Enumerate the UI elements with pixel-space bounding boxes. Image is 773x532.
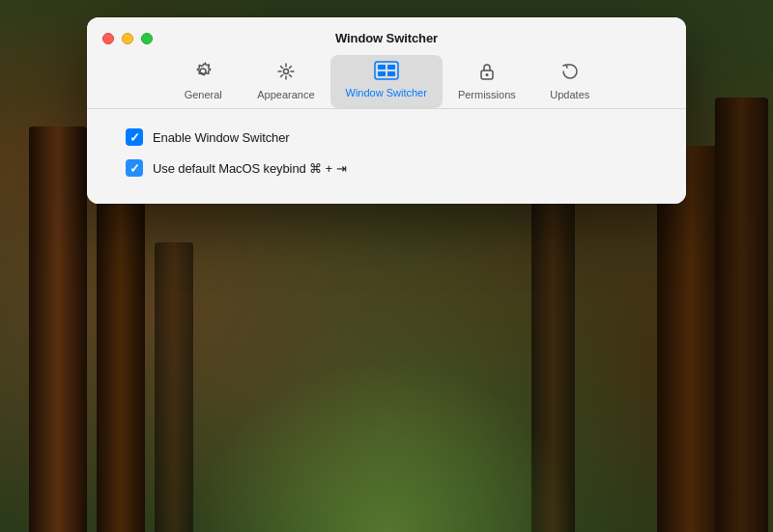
app-window: Window Switcher General — [87, 17, 686, 204]
ground-light — [193, 358, 580, 532]
svg-point-0 — [283, 70, 288, 74]
minimize-button[interactable] — [122, 33, 133, 44]
svg-point-7 — [485, 73, 488, 76]
svg-rect-2 — [378, 65, 386, 70]
tab-updates-label: Updates — [550, 89, 589, 100]
refresh-icon — [559, 61, 581, 85]
tab-permissions-label: Permissions — [458, 89, 516, 100]
svg-rect-4 — [378, 71, 386, 76]
tree — [155, 242, 193, 532]
window-switcher-icon — [374, 61, 399, 83]
checkmark-icon: ✓ — [129, 131, 140, 144]
title-bar: Window Switcher General — [87, 17, 686, 108]
window-controls — [102, 33, 153, 44]
tab-window-switcher-label: Window Switcher — [346, 87, 427, 98]
checkmark-icon-2: ✓ — [129, 162, 140, 175]
tab-appearance[interactable]: Appearance — [242, 55, 329, 108]
tab-permissions[interactable]: Permissions — [443, 55, 531, 108]
checkbox-use-default-keybind[interactable]: ✓ — [126, 159, 143, 177]
tab-window-switcher[interactable]: Window Switcher — [330, 55, 443, 108]
enable-window-switcher-label: Enable Window Switcher — [153, 130, 290, 145]
toolbar: General Appearance — [102, 55, 671, 108]
svg-rect-5 — [387, 71, 395, 76]
option-row-enable: ✓ Enable Window Switcher — [126, 128, 647, 146]
use-default-keybind-label: Use default MacOS keybind ⌘ + ⇥ — [153, 161, 346, 176]
gear-icon — [192, 61, 214, 85]
content-area: ✓ Enable Window Switcher ✓ Use default M… — [87, 109, 686, 204]
lock-icon — [476, 61, 498, 85]
tab-updates[interactable]: Updates — [531, 55, 609, 108]
option-row-keybind: ✓ Use default MacOS keybind ⌘ + ⇥ — [126, 159, 647, 177]
tree — [97, 165, 145, 532]
tab-general[interactable]: General — [164, 55, 242, 108]
close-button[interactable] — [102, 33, 114, 44]
tree — [715, 98, 768, 532]
tree — [29, 126, 87, 532]
checkbox-enable-window-switcher[interactable]: ✓ — [126, 128, 143, 146]
sparkle-icon — [275, 61, 297, 85]
tab-appearance-label: Appearance — [257, 89, 314, 100]
tab-general-label: General — [185, 89, 222, 100]
window-title: Window Switcher — [335, 31, 438, 45]
svg-rect-3 — [387, 65, 395, 70]
svg-rect-1 — [375, 62, 398, 79]
maximize-button[interactable] — [141, 33, 153, 44]
